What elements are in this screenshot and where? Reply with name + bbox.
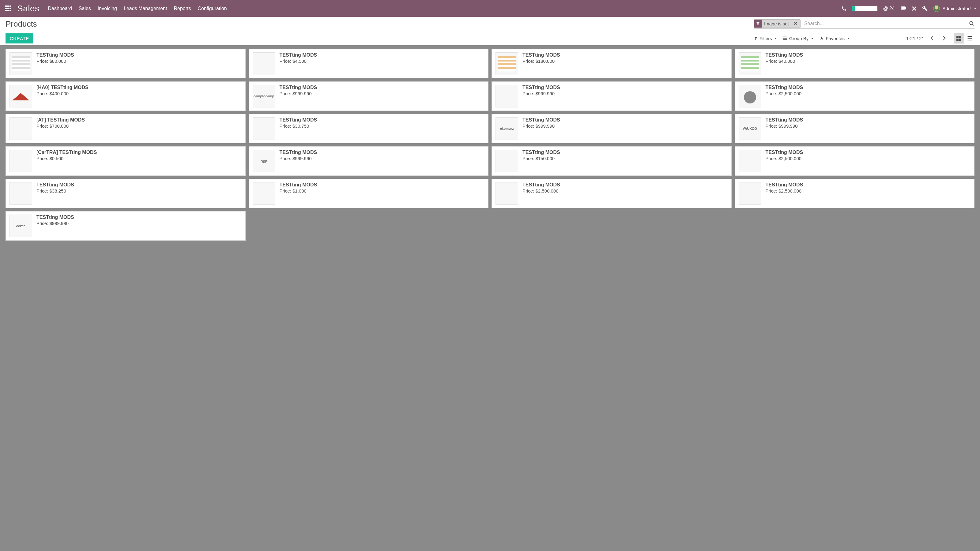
product-card[interactable]: TESTting MODSPrice: $999.990 <box>492 81 732 111</box>
wrench-icon[interactable] <box>922 6 928 11</box>
product-price: Price: $0.500 <box>37 156 242 161</box>
product-card[interactable]: TESTting MODSPrice: $180.000 <box>492 49 732 78</box>
top-navbar: Sales DashboardSalesInvoicingLeads Manag… <box>0 0 980 17</box>
top-menu-item[interactable]: Dashboard <box>48 6 72 11</box>
favorites-button[interactable]: Favorites <box>819 36 850 41</box>
product-info: [CarTRA] TESTting MODSPrice: $0.500 <box>37 150 242 161</box>
product-thumbnail <box>253 52 275 75</box>
kanban-view-button[interactable] <box>954 33 964 43</box>
product-info: TESTting MODSPrice: $2,500.000 <box>766 182 971 194</box>
top-menu-item[interactable]: Invoicing <box>98 6 117 11</box>
chat-icon[interactable] <box>900 6 906 11</box>
at-icon: @ <box>883 6 888 11</box>
facet-label: Image is set <box>762 21 791 26</box>
product-info: TESTting MODSPrice: $38.250 <box>37 182 242 194</box>
product-name: TESTting MODS <box>37 52 242 58</box>
pager-text[interactable]: 1-21 / 21 <box>906 36 924 41</box>
product-name: TESTting MODS <box>522 182 728 187</box>
app-brand[interactable]: Sales <box>17 4 40 13</box>
product-price: Price: $999.990 <box>766 123 971 129</box>
svg-rect-16 <box>956 36 959 38</box>
product-name: TESTting MODS <box>522 85 728 90</box>
product-name: TESTting MODS <box>522 117 728 123</box>
product-info: TESTting MODSPrice: $999.990 <box>37 214 242 226</box>
close-icon[interactable] <box>912 6 916 11</box>
product-card[interactable]: TESTting MODSPrice: $2,500.000 <box>492 179 732 208</box>
product-price: Price: $1.000 <box>280 188 485 194</box>
phone-icon[interactable] <box>841 6 847 11</box>
product-thumbnail <box>739 150 761 172</box>
product-name: TESTting MODS <box>766 52 971 58</box>
filters-button[interactable]: Filters <box>754 36 777 41</box>
product-info: TESTting MODSPrice: $999.990 <box>280 150 485 161</box>
product-info: TESTting MODSPrice: $2,500.000 <box>766 150 971 161</box>
product-card[interactable]: eezeeTESTting MODSPrice: $999.990 <box>5 211 246 241</box>
product-card[interactable]: eggsTESTting MODSPrice: $999.990 <box>249 146 489 176</box>
svg-rect-2 <box>10 5 11 7</box>
facet-remove-button[interactable]: ✕ <box>791 21 800 26</box>
product-card[interactable]: [HA0] TESTting MODSPrice: $400.000 <box>5 81 246 111</box>
product-price: Price: $80.000 <box>37 59 242 64</box>
product-price: Price: $180.000 <box>522 59 728 64</box>
product-info: TESTting MODSPrice: $180.000 <box>522 52 728 64</box>
svg-rect-19 <box>959 38 961 41</box>
pager-prev-button[interactable] <box>928 34 937 43</box>
product-name: TESTting MODS <box>766 182 971 187</box>
product-card[interactable]: [CarTRA] TESTting MODSPrice: $0.500 <box>5 146 246 176</box>
svg-rect-20 <box>967 36 967 37</box>
svg-rect-14 <box>783 38 788 38</box>
svg-rect-24 <box>967 40 967 40</box>
svg-rect-7 <box>7 10 9 11</box>
product-card[interactable]: TESTting MODSPrice: $4.500 <box>249 49 489 78</box>
product-card[interactable]: TESTting MODSPrice: $30.750 <box>249 114 489 143</box>
top-menu-item[interactable]: Leads Management <box>124 6 167 11</box>
product-price: Price: $2,500.000 <box>766 91 971 96</box>
product-info: [HA0] TESTting MODSPrice: $400.000 <box>37 85 242 96</box>
product-card[interactable]: TESTting MODSPrice: $2,500.000 <box>735 81 975 111</box>
product-name: TESTting MODS <box>522 52 728 58</box>
top-menu-item[interactable]: Sales <box>79 6 91 11</box>
product-card[interactable]: VAUXOOTESTting MODSPrice: $999.990 <box>735 114 975 143</box>
search-input[interactable] <box>802 20 967 27</box>
messages-button[interactable]: @ 24 <box>883 6 894 11</box>
product-info: TESTting MODSPrice: $150.000 <box>522 150 728 161</box>
product-info: TESTting MODSPrice: $2,500.000 <box>766 85 971 96</box>
product-thumbnail: VAUXOO <box>739 117 761 140</box>
apps-icon[interactable] <box>4 4 13 13</box>
user-menu[interactable]: Administrator! <box>933 5 976 12</box>
product-card[interactable]: TESTting MODSPrice: $40.000 <box>735 49 975 78</box>
product-card[interactable]: TESTting MODSPrice: $80.000 <box>5 49 246 78</box>
product-price: Price: $700.000 <box>37 123 242 129</box>
product-card[interactable]: TESTting MODSPrice: $2,500.000 <box>735 179 975 208</box>
product-card[interactable]: TESTting MODSPrice: $1.000 <box>249 179 489 208</box>
product-thumbnail <box>10 85 32 108</box>
product-name: TESTting MODS <box>766 85 971 90</box>
product-price: Price: $40.000 <box>766 59 971 64</box>
product-card[interactable]: TESTting MODSPrice: $38.250 <box>5 179 246 208</box>
product-card[interactable]: camptocampTESTting MODSPrice: $999.990 <box>249 81 489 111</box>
groupby-button[interactable]: Group By <box>783 36 813 41</box>
product-card[interactable]: [AT] TESTting MODSPrice: $700.000 <box>5 114 246 143</box>
svg-rect-17 <box>959 36 961 38</box>
top-menu-item[interactable]: Reports <box>173 6 191 11</box>
list-view-button[interactable] <box>964 33 975 43</box>
product-card[interactable]: TESTting MODSPrice: $2,500.000 <box>735 146 975 176</box>
product-card[interactable]: TESTting MODSPrice: $150.000 <box>492 146 732 176</box>
search-icon[interactable] <box>969 21 975 26</box>
search-facet: Image is set ✕ <box>754 19 800 28</box>
product-price: Price: $400.000 <box>37 91 242 96</box>
svg-line-12 <box>972 24 974 25</box>
product-price: Price: $999.990 <box>522 123 728 129</box>
top-menu-item[interactable]: Configuration <box>197 6 227 11</box>
product-card[interactable]: ekomurzTESTting MODSPrice: $999.990 <box>492 114 732 143</box>
pager-next-button[interactable] <box>940 34 949 43</box>
product-price: Price: $38.250 <box>37 188 242 194</box>
product-info: TESTting MODSPrice: $999.990 <box>522 85 728 96</box>
search-bar: Image is set ✕ <box>754 19 975 29</box>
product-info: TESTting MODSPrice: $2,500.000 <box>522 182 728 194</box>
page-title: Products <box>5 19 37 29</box>
chevron-down-icon <box>811 38 813 39</box>
progress-indicator[interactable] <box>852 6 877 11</box>
create-button[interactable]: CREATE <box>5 33 33 43</box>
product-thumbnail <box>495 52 518 75</box>
